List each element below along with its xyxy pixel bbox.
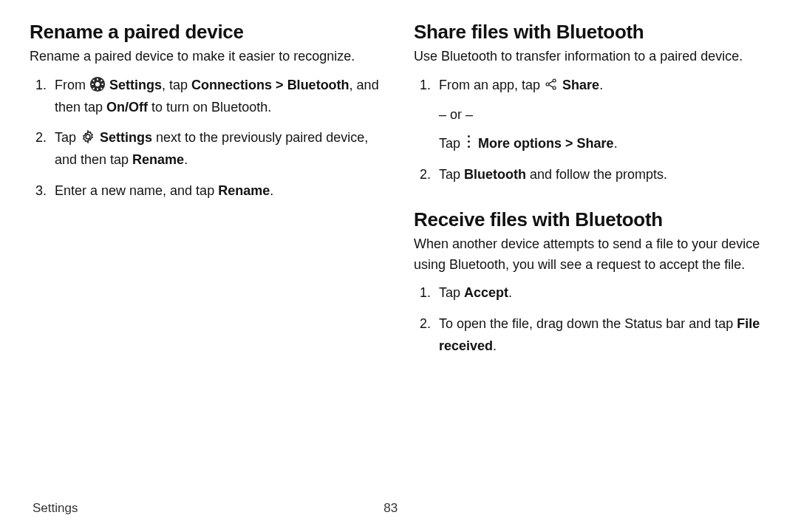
onoff-label: On/Off xyxy=(106,100,148,115)
chevron: > xyxy=(276,78,284,92)
share-icon xyxy=(544,77,559,92)
settings-circle-icon xyxy=(89,76,106,92)
svg-rect-5 xyxy=(101,83,103,85)
step-3: Enter a new name, and tap Rename. xyxy=(50,180,384,202)
heading-share: Share files with Bluetooth xyxy=(414,21,768,44)
svg-point-11 xyxy=(546,83,549,86)
svg-rect-2 xyxy=(97,78,98,81)
text: To open the file, drag down the Status b… xyxy=(439,316,737,331)
step-2: Tap Settings next to the previously pair… xyxy=(50,127,384,171)
svg-point-1 xyxy=(95,82,100,86)
text: to turn on Bluetooth. xyxy=(148,100,271,115)
two-column-layout: Rename a paired device Rename a paired d… xyxy=(30,18,768,495)
step-1: From xyxy=(50,75,384,118)
step-1: From an app, tap Share. – or – Tap xyxy=(434,75,768,155)
text: . xyxy=(493,338,497,353)
text: , tap xyxy=(162,78,191,92)
text: . xyxy=(270,183,273,198)
text: . xyxy=(508,285,512,300)
svg-rect-3 xyxy=(97,88,98,90)
step-1: Tap Accept. xyxy=(434,282,768,304)
text: Tap xyxy=(439,167,464,182)
gear-icon xyxy=(80,129,96,145)
more-options-icon xyxy=(464,134,474,149)
svg-point-10 xyxy=(86,134,90,139)
text: . xyxy=(599,78,603,92)
text: Tap xyxy=(439,136,464,151)
chevron: > xyxy=(565,136,573,151)
text: From an app, tap xyxy=(439,78,544,92)
step-2: Tap Bluetooth and follow the prompts. xyxy=(434,164,768,186)
bluetooth-label: Bluetooth xyxy=(287,78,349,92)
text: Tap xyxy=(439,285,464,300)
left-column: Rename a paired device Rename a paired d… xyxy=(30,18,384,495)
accept-label: Accept xyxy=(464,285,508,300)
page-number: 83 xyxy=(383,501,398,516)
settings-label: Settings xyxy=(100,130,152,145)
page-footer: Settings 83 xyxy=(30,495,768,532)
svg-line-15 xyxy=(549,85,553,87)
rename-label: Rename xyxy=(218,183,270,198)
footer-section: Settings xyxy=(33,501,78,516)
steps-share: From an app, tap Share. – or – Tap xyxy=(414,75,768,186)
right-column: Share files with Bluetooth Use Bluetooth… xyxy=(414,18,768,495)
text: Enter a new name, and tap xyxy=(55,183,218,198)
svg-rect-4 xyxy=(92,83,94,85)
steps-receive: Tap Accept. To open the file, drag down … xyxy=(414,282,768,357)
text: . xyxy=(614,136,618,151)
text: . xyxy=(184,152,188,167)
svg-point-13 xyxy=(553,86,556,89)
text: From xyxy=(55,78,89,92)
lead-receive: When another device attempts to send a f… xyxy=(414,234,768,276)
step-2: To open the file, drag down the Status b… xyxy=(434,313,768,357)
heading-rename: Rename a paired device xyxy=(30,21,384,44)
or-text: – or – xyxy=(439,104,768,126)
share-label: Share xyxy=(577,136,614,151)
share-label: Share xyxy=(562,78,599,92)
manual-page: Rename a paired device Rename a paired d… xyxy=(0,0,798,532)
lead-share: Use Bluetooth to transfer information to… xyxy=(414,47,768,67)
bluetooth-label: Bluetooth xyxy=(464,167,526,182)
text: and follow the prompts. xyxy=(526,167,667,182)
svg-point-12 xyxy=(553,79,556,82)
settings-label: Settings xyxy=(109,78,162,92)
connections-label: Connections xyxy=(191,78,272,92)
text: Tap xyxy=(55,130,80,145)
svg-line-14 xyxy=(549,81,553,83)
more-options-label: More options xyxy=(478,136,562,151)
rename-label: Rename xyxy=(132,152,184,167)
heading-receive: Receive files with Bluetooth xyxy=(414,208,768,231)
steps-rename: From xyxy=(30,75,384,202)
lead-rename: Rename a paired device to make it easier… xyxy=(30,47,384,67)
